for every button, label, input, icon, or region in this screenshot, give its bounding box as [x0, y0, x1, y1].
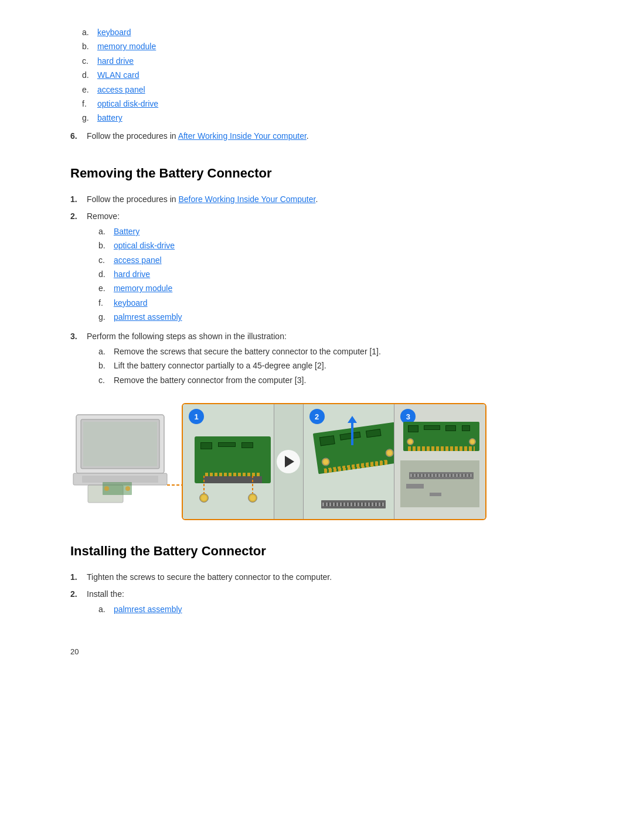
- motherboard-area: [400, 460, 479, 507]
- top-step6: 6. Follow the procedures in After Workin…: [70, 129, 563, 142]
- step-num: 1.: [70, 193, 87, 206]
- step-num: 2.: [70, 588, 87, 619]
- list-item: f. keyboard: [98, 296, 563, 309]
- optical-disk-link-top[interactable]: optical disk-drive: [97, 99, 158, 108]
- palmrest-install-link[interactable]: palmrest assembly: [114, 605, 182, 614]
- pcb-board-1: [195, 436, 271, 483]
- installing-section-title: Installing the Battery Connector: [70, 544, 563, 561]
- removing-steps: 1. Follow the procedures in Before Worki…: [70, 193, 563, 389]
- install-sub-list: a. palmrest assembly: [98, 603, 563, 616]
- list-item: a. keyboard: [82, 26, 563, 39]
- keyboard-link-2[interactable]: keyboard: [114, 298, 148, 308]
- battery-link-top[interactable]: battery: [97, 113, 122, 122]
- list-item: c. hard drive: [82, 54, 563, 67]
- laptop-sketch: [70, 409, 193, 514]
- step1-text: Follow the procedures in: [87, 194, 178, 204]
- before-working-link[interactable]: Before Working Inside Your Computer: [178, 194, 315, 204]
- keyboard-link[interactable]: keyboard: [97, 28, 131, 37]
- battery-connector-diagram: 1: [182, 403, 486, 520]
- list-item: d. hard drive: [98, 268, 563, 281]
- lift-arrow: [348, 416, 357, 445]
- play-arrow-icon: [285, 456, 294, 467]
- screw-hole-left: [199, 493, 209, 503]
- remove-label: Remove:: [87, 211, 120, 221]
- list-item: g. palmrest assembly: [98, 310, 563, 323]
- step3-text: Perform the following steps as shown in …: [87, 332, 287, 341]
- installing-step-1: 1. Tighten the screws to secure the batt…: [70, 571, 563, 583]
- svg-rect-4: [82, 476, 158, 483]
- list-item: a. Remove the screws that secure the bat…: [98, 345, 563, 358]
- list-item: d. WLAN card: [82, 69, 563, 81]
- step3c-text: Remove the battery connector from the co…: [114, 375, 306, 385]
- page-number: 20: [70, 647, 563, 656]
- removing-section-title: Removing the Battery Connector: [70, 166, 563, 183]
- step-6-text: Follow the procedures in: [87, 131, 178, 141]
- install-step1-text: Tighten the screws to secure the battery…: [87, 571, 563, 583]
- svg-rect-2: [83, 422, 157, 466]
- memory-module-link-top[interactable]: memory module: [97, 42, 156, 51]
- play-divider: [274, 404, 304, 519]
- list-item: a. palmrest assembly: [98, 603, 563, 616]
- step-number: 6.: [70, 129, 87, 142]
- svg-point-9: [125, 486, 130, 491]
- top-sub-list: a. keyboard b. memory module c. hard dri…: [82, 26, 563, 125]
- diagram-panel-2: 2: [304, 404, 395, 519]
- removing-step-2: 2. Remove: a. Battery b. optical disk-dr…: [70, 210, 563, 326]
- access-panel-link[interactable]: access panel: [114, 255, 162, 265]
- step-num: 2.: [70, 210, 87, 326]
- list-item: b. optical disk-drive: [98, 239, 563, 252]
- play-button[interactable]: [277, 450, 300, 473]
- remove-sub-list: a. Battery b. optical disk-drive c. acce…: [98, 225, 563, 324]
- step-num: 1.: [70, 571, 87, 583]
- removing-step-1: 1. Follow the procedures in Before Worki…: [70, 193, 563, 206]
- step3a-text: Remove the screws that secure the batter…: [114, 347, 381, 356]
- wlan-card-link[interactable]: WLAN card: [97, 70, 139, 80]
- diagram-panel-1: 1: [183, 404, 274, 519]
- list-item: c. access panel: [98, 254, 563, 267]
- install-label: Install the:: [87, 589, 124, 599]
- after-working-link[interactable]: After Working Inside Your computer: [178, 131, 307, 141]
- diagram-panel-3: 3: [394, 404, 485, 519]
- list-item: g. battery: [82, 111, 563, 124]
- optical-disk-link[interactable]: optical disk-drive: [114, 241, 175, 250]
- list-item: b. memory module: [82, 40, 563, 53]
- palmrest-link[interactable]: palmrest assembly: [114, 312, 182, 322]
- list-item: e. access panel: [82, 83, 563, 96]
- step3b-text: Lift the battery connector partially to …: [114, 361, 326, 370]
- list-item: b. Lift the battery connector partially …: [98, 359, 563, 372]
- access-panel-link-top[interactable]: access panel: [97, 85, 145, 94]
- removing-step-3: 3. Perform the following steps as shown …: [70, 330, 563, 390]
- list-item: c. Remove the battery connector from the…: [98, 374, 563, 387]
- list-item: f. optical disk-drive: [82, 97, 563, 110]
- step-6: 6. Follow the procedures in After Workin…: [70, 129, 563, 142]
- step3-sub-list: a. Remove the screws that secure the bat…: [98, 345, 563, 387]
- screw-hole-right: [248, 493, 257, 503]
- step-badge-1: 1: [189, 409, 204, 424]
- removed-connector: [403, 422, 479, 451]
- svg-point-8: [104, 486, 109, 491]
- slot-connector: [321, 500, 386, 508]
- step-num: 3.: [70, 330, 87, 390]
- memory-module-link[interactable]: memory module: [114, 284, 172, 293]
- list-item: a. Battery: [98, 225, 563, 238]
- hard-drive-link[interactable]: hard drive: [114, 269, 150, 279]
- hard-drive-link-top[interactable]: hard drive: [97, 56, 134, 66]
- installing-steps: 1. Tighten the screws to secure the batt…: [70, 571, 563, 618]
- list-item: e. memory module: [98, 282, 563, 295]
- battery-link[interactable]: Battery: [114, 227, 139, 236]
- step-badge-2: 2: [309, 409, 325, 424]
- installing-step-2: 2. Install the: a. palmrest assembly: [70, 588, 563, 619]
- illustration-container: 1: [70, 403, 563, 520]
